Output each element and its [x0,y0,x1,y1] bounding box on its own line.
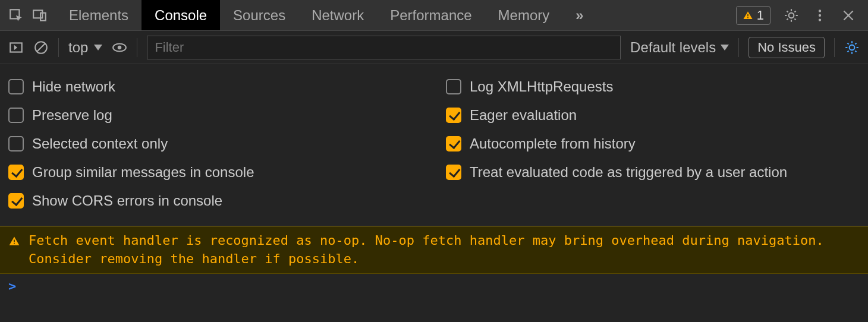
setting-label: Selected context only [32,135,168,152]
devtools-tabbar: Elements Console Sources Network Perform… [0,0,868,31]
tab-memory[interactable]: Memory [485,0,563,30]
setting-label: Preserve log [32,107,112,124]
warning-text: Fetch event handler is recognized as no-… [29,232,860,269]
context-selector[interactable]: top [68,39,102,56]
setting-label: Autocomplete from history [470,135,636,152]
svg-point-13 [850,45,855,50]
checkbox[interactable] [446,136,461,151]
checkbox[interactable] [446,108,461,123]
separator [137,38,137,57]
warning-icon [8,234,20,252]
tab-console[interactable]: Console [141,0,220,30]
tab-network[interactable]: Network [298,0,377,30]
setting-label: Eager evaluation [470,107,577,124]
console-warning-message[interactable]: Fetch event handler is recognized as no-… [0,226,868,274]
svg-point-7 [819,14,821,16]
checkbox[interactable] [446,79,461,94]
svg-rect-15 [14,243,15,244]
svg-rect-3 [747,14,749,16]
setting-option[interactable]: Treat evaluated code as triggered by a u… [446,158,860,187]
setting-option[interactable]: Autocomplete from history [446,130,860,158]
separator [834,38,835,57]
checkbox[interactable] [8,108,24,123]
setting-label: Show CORS errors in console [32,192,222,209]
levels-label: Default levels [630,39,716,56]
setting-option[interactable]: Eager evaluation [446,101,860,130]
issues-button[interactable]: No Issues [749,37,825,58]
kebab-menu-icon[interactable] [812,8,828,23]
separator [738,38,739,57]
live-expression-icon[interactable] [112,40,127,55]
filter-input[interactable] [147,36,621,59]
separator [58,38,59,57]
setting-option[interactable]: Selected context only [8,130,422,158]
svg-rect-14 [14,240,15,242]
checkbox[interactable] [8,136,24,151]
setting-label: Group similar messages in console [32,164,254,181]
clear-console-icon[interactable] [33,40,49,55]
svg-rect-4 [747,17,749,18]
tab-more[interactable]: » [562,0,596,30]
chevron-down-icon [721,45,729,50]
console-settings-gear-icon[interactable] [844,40,860,55]
tab-elements[interactable]: Elements [56,0,141,30]
log-levels-dropdown[interactable]: Default levels [630,39,729,56]
setting-label: Log XMLHttpRequests [470,78,613,95]
setting-option[interactable]: Hide network [8,72,422,101]
device-toggle-icon[interactable] [32,8,48,23]
tabbar-left-icons [0,8,56,23]
sidebar-toggle-icon[interactable] [8,40,24,55]
console-prompt[interactable]: > [0,274,868,298]
chevron-down-icon [94,45,102,50]
warning-count: 1 [757,8,764,23]
setting-label: Treat evaluated code as triggered by a u… [470,164,787,181]
svg-point-6 [819,10,821,12]
svg-point-12 [118,45,122,49]
tab-performance[interactable]: Performance [377,0,485,30]
setting-option[interactable]: Log XMLHttpRequests [446,72,860,101]
console-settings-panel: Hide networkPreserve logSelected context… [0,64,868,226]
settings-gear-icon[interactable] [784,8,799,23]
settings-right-col: Log XMLHttpRequestsEager evaluationAutoc… [446,72,860,215]
settings-left-col: Hide networkPreserve logSelected context… [8,72,422,215]
setting-label: Hide network [32,78,115,95]
context-label: top [68,39,88,56]
checkbox[interactable] [8,79,24,94]
svg-point-8 [819,18,821,21]
warning-count-badge[interactable]: 1 [736,6,770,25]
setting-option[interactable]: Show CORS errors in console [8,187,422,215]
setting-option[interactable]: Preserve log [8,101,422,130]
tabbar-right: 1 [736,6,868,25]
checkbox[interactable] [446,165,461,180]
tab-strip: Elements Console Sources Network Perform… [56,0,597,30]
checkbox[interactable] [8,165,24,180]
close-icon[interactable] [841,8,856,23]
checkbox[interactable] [8,193,24,209]
inspect-icon[interactable] [8,8,24,23]
tab-sources[interactable]: Sources [220,0,298,30]
svg-point-5 [789,12,794,18]
svg-rect-2 [40,12,46,20]
setting-option[interactable]: Group similar messages in console [8,158,422,187]
console-toolbar: top Default levels No Issues [0,31,868,64]
